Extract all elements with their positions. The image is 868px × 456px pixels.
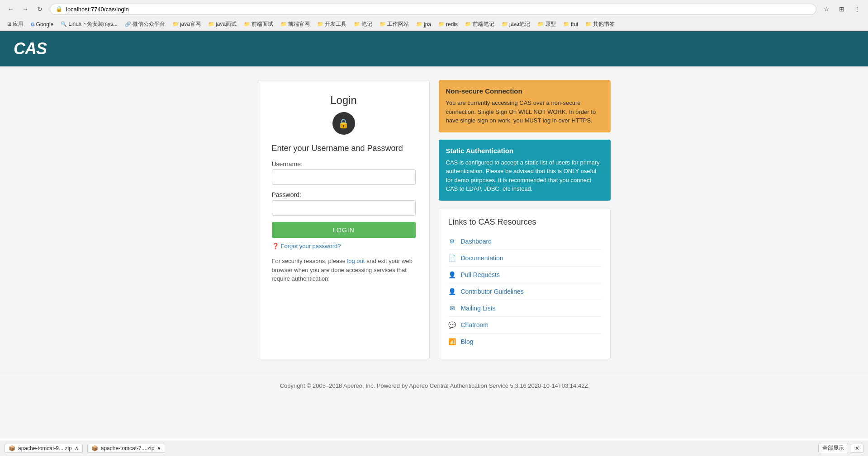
warning-box: Non-secure Connection You are currently … [439,80,611,132]
main-content: Login 🔒 Enter your Username and Password… [163,66,706,373]
password-label: Password: [272,191,416,198]
resource-dashboard[interactable]: ⚙ Dashboard [448,233,601,250]
bookmark-prototype-label: 原型 [545,20,556,28]
folder-icon-6: 📁 [354,21,360,27]
bookmark-redis[interactable]: 📁 redis [436,20,460,28]
mailing-lists-icon: ✉ [448,305,456,312]
bookmark-other-label: 其他书签 [593,20,615,28]
bookmark-wechat-label: 微信公众平台 [133,20,165,28]
dashboard-icon: ⚙ [448,238,456,245]
back-button[interactable]: ← [5,3,17,15]
bookmark-redis-label: redis [446,21,458,28]
more-button[interactable]: ⋮ [851,3,863,15]
bookmark-java-official-label: java官网 [180,20,201,28]
bookmark-jpa-label: jpa [424,21,431,28]
blog-icon: 📶 [448,338,456,345]
login-title-section: Login 🔒 [272,94,416,135]
contributor-guidelines-label: Contributor Guidelines [461,288,524,295]
bookmark-jpa[interactable]: 📁 jpa [413,20,434,28]
bookmark-google[interactable]: G Google [28,20,56,28]
bookmark-frontend-notes[interactable]: 📁 前端笔记 [462,19,497,29]
dashboard-label: Dashboard [461,238,492,245]
security-notice: For security reasons, please log out and… [272,257,416,283]
linux-icon: 🔍 [61,21,67,27]
resource-chatroom[interactable]: 💬 Chatroom [448,317,601,334]
bookmark-java-official[interactable]: 📁 java官网 [170,19,204,29]
folder-icon-11: 📁 [502,21,508,27]
bookmark-ftui[interactable]: 📁 ftui [560,20,581,28]
forgot-password-link[interactable]: ❓ Forgot your password? [272,243,416,249]
username-group: Username: [272,160,416,185]
info-box: Static Authentication CAS is configured … [439,140,611,201]
resource-blog[interactable]: 📶 Blog [448,334,601,350]
mailing-lists-label: Mailing Lists [461,305,496,312]
folder-icon-12: 📁 [537,21,544,27]
bookmark-linux-label: Linux下免安装mys... [68,20,118,28]
chatroom-icon: 💬 [448,321,456,329]
bookmark-java-notes-label: java笔记 [509,20,530,28]
folder-icon-14: 📁 [585,21,592,27]
password-input[interactable] [272,200,416,216]
bookmark-work-site-label: 工作网站 [387,20,409,28]
folder-icon-5: 📁 [317,21,323,27]
footer-text: Copyright © 2005–2018 Apereo, Inc. Power… [280,382,588,389]
password-group: Password: [272,191,416,216]
bookmark-java-interview[interactable]: 📁 java面试 [205,19,239,29]
lock-icon: 🔒 [338,118,349,129]
bookmark-google-label: Google [36,21,54,28]
bookmark-linux[interactable]: 🔍 Linux下免安装mys... [58,19,120,29]
folder-icon-2: 📁 [208,21,214,27]
bookmark-java-notes[interactable]: 📁 java笔记 [499,19,533,29]
username-label: Username: [272,160,416,168]
forward-button[interactable]: → [19,3,32,15]
bookmark-dev-tools[interactable]: 📁 开发工具 [314,19,349,29]
page-header: CAS [0,31,868,66]
bookmark-frontend-interview[interactable]: 📁 前端面试 [241,19,276,29]
address-bar[interactable]: 🔒 [50,4,816,15]
right-panel: Non-secure Connection You are currently … [439,80,611,359]
resource-mailing-lists[interactable]: ✉ Mailing Lists [448,300,601,317]
folder-icon-10: 📁 [465,21,471,27]
bookmark-frontend-official[interactable]: 📁 前端官网 [278,19,313,29]
nav-buttons: ← → ↻ [5,3,46,15]
bookmark-other[interactable]: 📁 其他书签 [583,19,617,29]
lock-icon: 🔒 [56,6,62,12]
url-input[interactable] [66,6,811,13]
pull-requests-label: Pull Requests [461,271,500,278]
bookmark-notes[interactable]: 📁 笔记 [351,19,375,29]
login-panel: Login 🔒 Enter your Username and Password… [258,80,430,359]
browser-toolbar: ← → ↻ 🔒 ☆ ⊞ ⋮ [0,0,868,18]
info-text: CAS is configured to accept a static lis… [446,158,603,193]
bookmark-wechat[interactable]: 🔗 微信公众平台 [122,19,168,29]
google-icon: G [31,22,35,27]
extensions-button[interactable]: ⊞ [835,3,848,15]
login-title: Login [272,94,416,107]
resource-documentation[interactable]: 📄 Documentation [448,250,601,267]
browser-actions: ☆ ⊞ ⋮ [820,3,863,15]
bookmark-work-site[interactable]: 📁 工作网站 [377,19,412,29]
resource-pull-requests[interactable]: 👤 Pull Requests [448,267,601,283]
pull-requests-icon: 👤 [448,271,456,278]
resources-title: Links to CAS Resources [448,217,601,227]
resource-contributor-guidelines[interactable]: 👤 Contributor Guidelines [448,283,601,300]
bookmark-prototype[interactable]: 📁 原型 [535,19,559,29]
bookmark-frontend-official-label: 前端官网 [288,20,310,28]
warning-text: You are currently accessing CAS over a n… [446,99,603,125]
refresh-button[interactable]: ↻ [33,3,46,15]
star-button[interactable]: ☆ [820,3,833,15]
logout-link[interactable]: log out [347,258,365,264]
blog-label: Blog [461,338,474,345]
folder-icon-3: 📁 [244,21,250,27]
warning-title: Non-secure Connection [446,87,603,95]
documentation-label: Documentation [461,254,503,262]
lock-icon-circle: 🔒 [332,112,355,135]
login-subtitle: Enter your Username and Password [272,144,416,153]
bookmark-apps-label: 应用 [13,20,24,28]
bookmark-notes-label: 笔记 [361,20,372,28]
login-button[interactable]: LOGIN [272,222,416,238]
contributor-icon: 👤 [448,288,456,295]
apps-icon: ⊞ [7,21,11,27]
bookmark-apps[interactable]: ⊞ 应用 [5,19,26,29]
bookmark-java-interview-label: java面试 [216,20,237,28]
username-input[interactable] [272,169,416,185]
